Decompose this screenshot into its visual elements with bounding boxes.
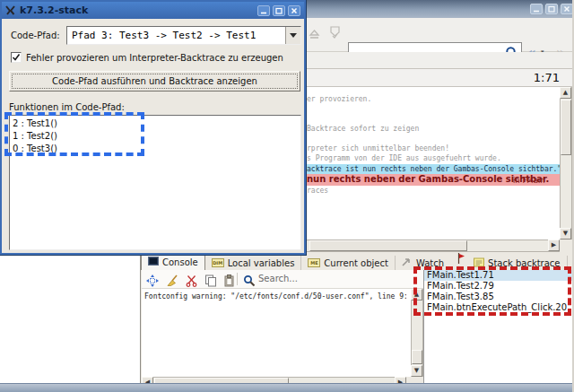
- eject-icon[interactable]: [309, 27, 320, 44]
- cursor-position: 1:71: [534, 71, 560, 84]
- functions-label: Funktionen im Code-Pfad:: [9, 102, 125, 112]
- dialog-titlebar[interactable]: k7.3.2-stack: [2, 2, 304, 19]
- code-line: Backtrace sofort zu zeigen: [307, 125, 419, 133]
- console-icon: [148, 257, 159, 267]
- error-location: in FMain: [513, 176, 545, 185]
- dialog-minimize-button[interactable]: [257, 5, 270, 16]
- paste-icon[interactable]: [223, 274, 235, 291]
- console-vscroll-thumb[interactable]: [412, 350, 422, 364]
- tab-local-variables[interactable]: DIM Local variables: [205, 256, 302, 270]
- tab-current-object[interactable]: ME Current object: [301, 256, 396, 270]
- scroll-down-icon[interactable]: ▼: [411, 365, 422, 377]
- scroll-right-icon[interactable]: ▶: [548, 240, 560, 251]
- toolbar-separator: [237, 273, 238, 285]
- code-path-combobox[interactable]: Pfad 3: Test3 -> Test2 -> Test1: [66, 26, 301, 45]
- console-search-icon[interactable]: [243, 274, 256, 291]
- tab-label: Current object: [324, 258, 388, 268]
- code-line: acktrace ist nun rechts neben der Gambas…: [307, 165, 560, 173]
- blue-annotation-box: [4, 112, 144, 156]
- ide-close-button[interactable]: [561, 4, 573, 14]
- provoke-error-checkbox-label[interactable]: Fehler provozieren um Interpreter-Backtr…: [26, 53, 283, 63]
- console-pane: Search... Fontconfig warning: "/etc/font…: [142, 270, 423, 377]
- combobox-dropdown-button[interactable]: [285, 27, 300, 44]
- screen: « ▾ » 1:71 er provozieren. Backtrace sof…: [0, 0, 574, 392]
- close-icon: [563, 5, 570, 13]
- dim-icon: DIM: [212, 258, 224, 267]
- tab-label: Console: [162, 257, 198, 267]
- minimize-icon: [260, 7, 267, 14]
- execute-path-button-label: Code-Pfad ausführen und Backtrace anzeig…: [12, 74, 298, 89]
- move-icon[interactable]: [146, 274, 159, 291]
- editor-vscroll-thumb[interactable]: [561, 100, 571, 155]
- copy-icon[interactable]: [204, 274, 217, 291]
- console-toolbar: Search...: [142, 270, 423, 289]
- clear-broom-icon[interactable]: [166, 274, 178, 291]
- console-output: Fontconfig warning: "/etc/fonts/conf.d/5…: [144, 292, 406, 301]
- editor-hscroll-thumb[interactable]: [309, 240, 467, 251]
- provoke-error-checkbox[interactable]: [11, 52, 22, 63]
- scroll-up-icon[interactable]: ▲: [560, 87, 571, 99]
- scroll-down-icon[interactable]: ▼: [560, 228, 571, 240]
- red-annotation-box: [413, 266, 571, 316]
- execute-path-button[interactable]: Code-Pfad ausführen und Backtrace anzeig…: [9, 71, 300, 91]
- maximize-icon: [548, 5, 555, 13]
- chevron-down-icon: [290, 33, 297, 38]
- code-path-value: Pfad 3: Test3 -> Test2 -> Test1: [72, 30, 256, 41]
- editor-vscrollbar[interactable]: ▲ ▼: [560, 87, 572, 240]
- console-search-placeholder[interactable]: Search...: [258, 274, 298, 283]
- code-line: races: [307, 187, 328, 195]
- bookmark-tool-icon[interactable]: [328, 25, 342, 43]
- ide-maximize-button[interactable]: [545, 4, 558, 14]
- code-line: rpreter sich unmittelbar beenden!: [307, 144, 449, 152]
- me-icon: ME: [308, 258, 320, 267]
- x11-app-icon: [5, 2, 15, 19]
- code-line: er provozieren.: [307, 95, 371, 103]
- checkmark-icon: [12, 53, 21, 62]
- maximize-icon: [275, 7, 283, 14]
- watch-icon: [402, 257, 413, 268]
- statusbar: [0, 383, 574, 392]
- tab-label: Local variables: [228, 258, 295, 268]
- dialog-maximize-button[interactable]: [273, 5, 285, 16]
- code-line: s Programm von der IDE aus ausgefuehrt w…: [307, 154, 501, 162]
- code-path-label: Code-Pfad:: [11, 30, 60, 40]
- dialog-close-button[interactable]: [288, 5, 300, 16]
- ide-minimize-button[interactable]: [530, 4, 543, 14]
- minimize-icon: [533, 5, 540, 13]
- flag-icon: [457, 250, 465, 267]
- project-panel: [0, 253, 141, 383]
- cut-scissors-icon[interactable]: [186, 274, 197, 291]
- tab-console[interactable]: Console: [141, 253, 205, 270]
- close-icon: [291, 7, 298, 14]
- dialog-title: k7.3.2-stack: [20, 4, 88, 16]
